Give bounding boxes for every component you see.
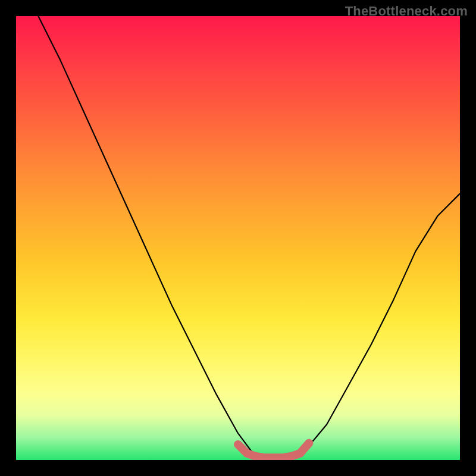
chart-frame: TheBottleneck.com xyxy=(0,0,476,476)
plot-area xyxy=(16,16,460,460)
curve-layer xyxy=(16,16,460,460)
optimal-range-marker xyxy=(238,443,309,458)
bottleneck-curve xyxy=(38,16,460,460)
